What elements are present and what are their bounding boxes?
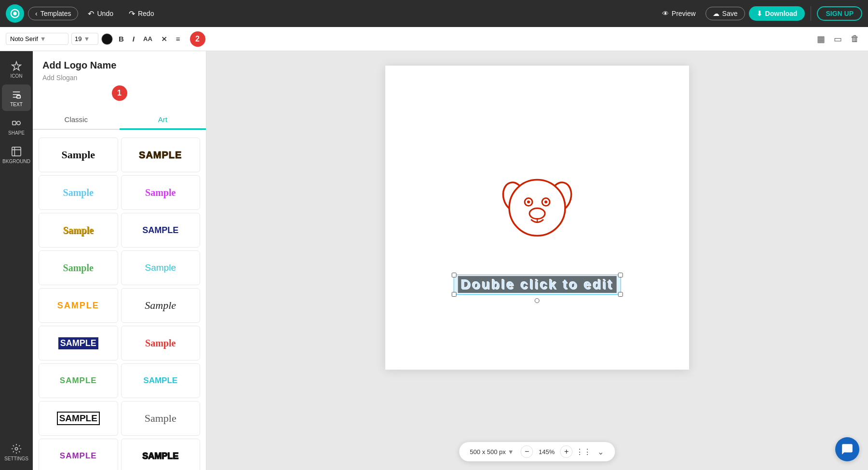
svg-rect-2 xyxy=(17,96,20,98)
text-color-picker[interactable] xyxy=(101,33,113,45)
sidebar-icons: ICON TEXT SHAPE BKGROUND xyxy=(0,51,33,470)
canvas-size-value: 500 x 500 px xyxy=(470,448,505,456)
sample-item[interactable]: SAMPLE xyxy=(121,213,201,248)
sidebar-item-text[interactable]: TEXT xyxy=(2,84,31,111)
step-badge-1: 1 xyxy=(112,85,127,101)
preview-icon: 👁 xyxy=(662,10,669,17)
sample-item[interactable]: SAMPLE xyxy=(39,363,118,398)
fit-button[interactable]: ⌄ xyxy=(594,445,608,458)
svg-point-1 xyxy=(13,12,16,15)
canvas-bg[interactable]: Double click to edit xyxy=(385,66,689,370)
chevron-left-icon: ‹ xyxy=(35,10,38,17)
save-icon: ☁ xyxy=(713,10,719,17)
sample-item[interactable]: SAMPLE xyxy=(39,288,118,323)
step-number: 2 xyxy=(195,35,200,43)
undo-button[interactable]: ↶ Undo xyxy=(82,6,119,21)
tab-classic-label: Classic xyxy=(65,115,88,124)
sample-item[interactable]: Sample xyxy=(121,401,201,436)
italic-button[interactable]: I xyxy=(130,33,137,45)
zoom-out-button[interactable]: − xyxy=(521,445,533,458)
font-size-input[interactable]: 19 ▼ xyxy=(71,33,98,45)
chat-button[interactable] xyxy=(835,437,859,461)
sample-item[interactable]: SAMPLE xyxy=(121,138,201,172)
save-label: Save xyxy=(722,10,738,17)
tab-classic[interactable]: Classic xyxy=(33,111,120,130)
delete-button[interactable]: 🗑 xyxy=(848,32,862,46)
svg-point-6 xyxy=(15,447,18,450)
toolbar: Noto Serif ▼ 19 ▼ B I AA ⨯ ≡ 2 ▦ ▭ 🗑 xyxy=(0,27,868,51)
duplicate-button[interactable]: ▭ xyxy=(831,32,845,46)
signup-button[interactable]: SIGN UP xyxy=(817,6,862,21)
sample-item[interactable]: SAMPLE xyxy=(39,401,118,436)
sample-item[interactable]: Sample xyxy=(39,138,118,172)
sidebar-item-settings[interactable]: SETTINGS xyxy=(2,439,31,465)
panel-header: Add Logo Name Add Slogan 1 xyxy=(33,51,206,111)
preview-label: Preview xyxy=(672,10,696,17)
tab-art[interactable]: Art xyxy=(120,111,206,130)
bold-label: B xyxy=(119,35,124,43)
toolbar-right: ▦ ▭ 🗑 xyxy=(814,32,862,46)
sample-item[interactable]: Sample xyxy=(39,175,118,210)
handle-bottom-right[interactable] xyxy=(618,292,623,297)
font-family-select[interactable]: Noto Serif ▼ xyxy=(6,33,68,45)
zoom-in-button[interactable]: + xyxy=(560,445,573,458)
grid-button[interactable]: ⋮⋮ xyxy=(577,445,590,458)
strikethrough-button[interactable]: ⨯ xyxy=(158,33,170,45)
handle-bottom-left[interactable] xyxy=(452,292,457,297)
bold-button[interactable]: B xyxy=(116,33,127,45)
main-area: ICON TEXT SHAPE BKGROUND xyxy=(0,51,868,470)
svg-point-14 xyxy=(529,208,545,219)
canvas-text-element[interactable]: Double click to edit xyxy=(454,275,621,295)
panel-subtitle: Add Slogan xyxy=(42,74,196,82)
handle-top-left[interactable] xyxy=(452,273,457,277)
sample-item[interactable]: SAMPLE xyxy=(39,326,118,360)
download-label: Download xyxy=(765,10,798,17)
sidebar-item-icon[interactable]: ICON xyxy=(2,56,31,83)
italic-label: I xyxy=(133,35,135,43)
case-button[interactable]: AA xyxy=(140,33,155,44)
tab-art-label: Art xyxy=(158,115,167,124)
sidebar-settings-label: SETTINGS xyxy=(4,456,28,461)
strikethrough-icon: ⨯ xyxy=(161,35,167,43)
signup-label: SIGN UP xyxy=(826,10,854,17)
sample-item[interactable]: Sample xyxy=(39,213,118,248)
sidebar-icon-label: ICON xyxy=(11,73,23,79)
step-badge-2: 2 xyxy=(190,31,205,47)
layers-icon: ▦ xyxy=(817,34,825,44)
dog-illustration xyxy=(494,170,581,249)
sample-item[interactable]: Sample xyxy=(39,250,118,285)
handle-top-right[interactable] xyxy=(618,273,623,277)
sample-item[interactable]: SAMPLE xyxy=(121,439,201,470)
sample-item[interactable]: Sample xyxy=(121,326,201,360)
sample-item[interactable]: SAMPLE xyxy=(121,363,201,398)
preview-button[interactable]: 👁 Preview xyxy=(656,7,702,20)
save-button[interactable]: ☁ Save xyxy=(705,7,745,20)
trash-icon: 🗑 xyxy=(851,34,859,44)
topbar-actions: 👁 Preview ☁ Save ⬇ Download SIGN UP xyxy=(656,6,862,21)
sample-item[interactable]: Sample xyxy=(121,175,201,210)
canvas-size-button[interactable]: 500 x 500 px ▼ xyxy=(467,447,516,457)
logo[interactable] xyxy=(6,4,24,23)
redo-icon: ↷ xyxy=(129,9,135,18)
undo-label: Undo xyxy=(97,10,113,17)
canvas-text[interactable]: Double click to edit xyxy=(458,276,617,293)
download-button[interactable]: ⬇ Download xyxy=(749,6,805,21)
step-number-1: 1 xyxy=(117,89,122,97)
duplicate-icon: ▭ xyxy=(834,34,842,44)
case-icon: AA xyxy=(143,35,152,42)
sidebar-item-background[interactable]: BKGROUND xyxy=(2,141,31,168)
divider xyxy=(811,6,811,21)
sample-item[interactable]: SAMPLE xyxy=(39,439,118,470)
handle-rotate[interactable] xyxy=(535,298,540,303)
spacing-button[interactable]: ≡ xyxy=(173,33,183,45)
selection-box: Double click to edit xyxy=(454,275,621,295)
tabs-row: Classic Art xyxy=(33,111,206,130)
sample-item[interactable]: Sample xyxy=(121,250,201,285)
templates-button[interactable]: ‹ Templates xyxy=(28,7,78,20)
layers-button[interactable]: ▦ xyxy=(814,32,828,46)
redo-label: Redo xyxy=(138,10,154,17)
sample-item[interactable]: Sample xyxy=(121,288,201,323)
sidebar-item-shape[interactable]: SHAPE xyxy=(2,113,31,139)
redo-button[interactable]: ↷ Redo xyxy=(123,6,160,21)
font-family-value: Noto Serif xyxy=(10,35,38,42)
